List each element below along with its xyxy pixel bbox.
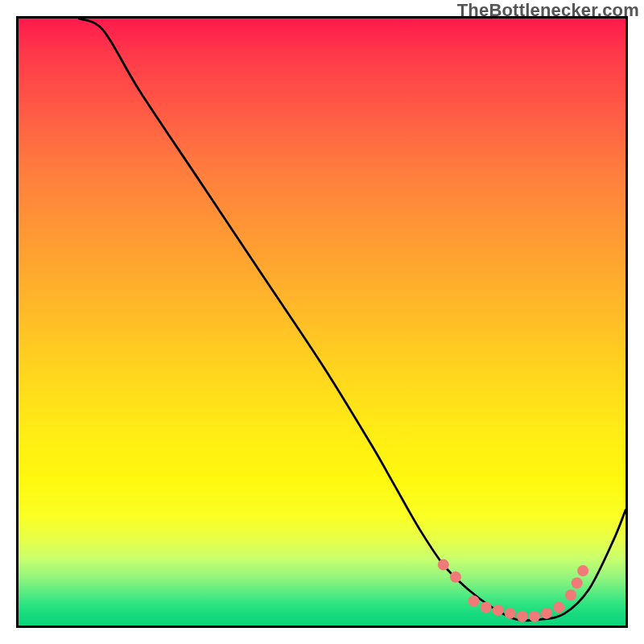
highlight-dot xyxy=(450,572,461,583)
highlight-dot xyxy=(529,611,540,622)
bottleneck-curve-path xyxy=(79,19,625,621)
highlight-dot xyxy=(481,601,492,613)
chart-container: TheBottlenecker.com xyxy=(0,0,644,644)
highlight-dot xyxy=(577,565,588,576)
watermark-label: TheBottlenecker.com xyxy=(457,0,639,21)
curve-svg xyxy=(19,19,625,625)
highlight-dot xyxy=(469,596,480,607)
highlight-dot xyxy=(438,559,449,571)
chart-frame xyxy=(16,16,628,628)
highlight-dot xyxy=(517,611,528,622)
highlight-dot xyxy=(541,608,552,619)
highlight-dot xyxy=(572,577,583,588)
highlight-dot xyxy=(565,589,576,601)
highlight-dot xyxy=(553,601,564,613)
highlight-dot xyxy=(493,605,504,616)
highlight-dot xyxy=(505,608,516,619)
